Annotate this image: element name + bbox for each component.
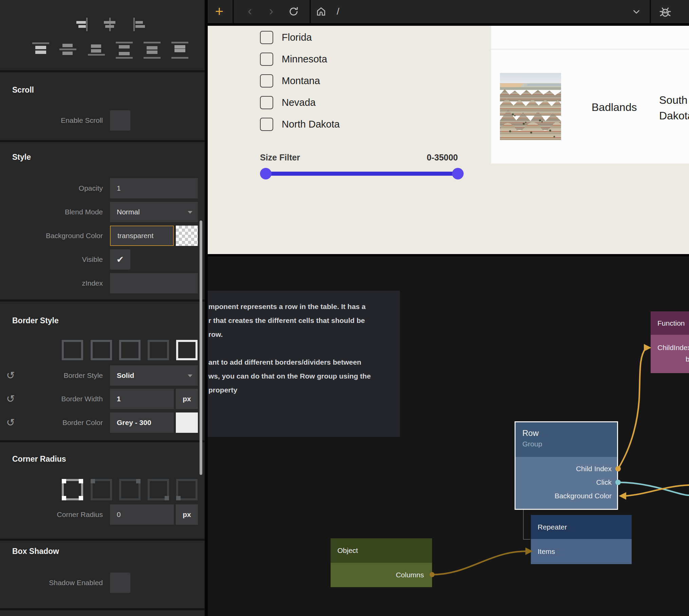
align-right-icon[interactable]: [75, 17, 91, 32]
check-icon: ✔: [116, 254, 124, 265]
debug-bug-icon[interactable]: [658, 4, 673, 19]
row-group-node[interactable]: Row Group Child Index Click Background C…: [515, 421, 618, 510]
zindex-input[interactable]: [110, 273, 198, 293]
shadow-enabled-label: Shadow Enabled: [10, 578, 103, 588]
chevron-down-icon[interactable]: [631, 7, 641, 17]
forward-button[interactable]: ›: [266, 4, 277, 19]
corner-bottom-left-selector[interactable]: [176, 479, 198, 500]
checkbox-north-dakota[interactable]: [260, 118, 273, 131]
row-title: Badlands: [592, 101, 637, 114]
object-columns-port-label[interactable]: Columns: [331, 563, 432, 576]
tooltip-line: row.: [208, 327, 400, 341]
checkbox-label: Minnesota: [282, 53, 327, 66]
corner-bottom-right-selector[interactable]: [148, 479, 169, 500]
border-right-selector[interactable]: [119, 340, 141, 360]
row-state: South Dakota: [659, 92, 689, 126]
border-bottom-selector[interactable]: [148, 340, 169, 360]
connection-columns-to-items: [432, 551, 527, 575]
background-color-input[interactable]: transparent: [110, 226, 174, 246]
corner-top-right-selector[interactable]: [119, 479, 141, 500]
background-color-label: Background Color: [10, 231, 103, 241]
checkbox-florida[interactable]: [260, 31, 273, 44]
border-top-selector[interactable]: [91, 340, 112, 360]
connection-childindex-to-function: [618, 348, 646, 469]
function-childindex-port-label[interactable]: ChildIndex: [651, 335, 689, 348]
shadow-enabled-checkbox[interactable]: [110, 573, 130, 593]
object-node-title: Object: [331, 538, 432, 563]
corner-all-selector-selected[interactable]: [62, 479, 83, 500]
border-style-label: Border Style: [10, 370, 103, 381]
border-all-selector[interactable]: [62, 340, 83, 360]
home-icon[interactable]: [316, 6, 327, 17]
checkbox-nevada[interactable]: [260, 96, 273, 109]
row-group-child-index-port-label[interactable]: Child Index: [516, 462, 617, 476]
corner-top-left-selector[interactable]: [91, 479, 112, 500]
tooltip-line: mponent represents a row in the table. I…: [208, 300, 400, 313]
connection-background-color-in: [626, 485, 689, 496]
chevron-down-icon: [188, 374, 192, 377]
row-state-line2: Dakota: [659, 108, 689, 123]
border-style-select[interactable]: Solid: [110, 365, 198, 386]
repeater-items-port-label[interactable]: Items: [531, 539, 632, 553]
visible-checkbox[interactable]: ✔: [110, 249, 130, 270]
border-width-input[interactable]: 1: [110, 389, 174, 409]
checkbox-label: Florida: [282, 31, 312, 44]
corner-radius-label: Corner Radius: [10, 509, 103, 520]
blend-mode-label: Blend Mode: [10, 207, 103, 217]
opacity-input[interactable]: 1: [110, 178, 198, 198]
size-filter-slider-track[interactable]: [266, 172, 458, 176]
add-tab-button[interactable]: +: [213, 3, 225, 20]
object-node[interactable]: Object Columns: [331, 538, 432, 587]
checkbox-minnesota[interactable]: [260, 53, 273, 66]
corner-radius-input[interactable]: 0: [110, 504, 174, 525]
align-center-vertical-icon[interactable]: [59, 42, 76, 59]
row-state-line1: South: [659, 92, 689, 108]
slider-handle-max[interactable]: [452, 168, 464, 179]
back-button[interactable]: ‹: [244, 4, 255, 19]
background-color-input-arrow-icon[interactable]: [619, 492, 626, 500]
result-row[interactable]: Badlands South Dakota: [491, 26, 689, 163]
chevron-down-icon: [188, 211, 192, 214]
node-doc-tooltip: mponent represents a row in the table. I…: [208, 291, 400, 437]
checkbox-label: North Dakota: [282, 118, 340, 131]
refresh-icon[interactable]: [288, 6, 299, 17]
align-bottom-icon[interactable]: [88, 42, 105, 59]
align-center-horizontal-icon[interactable]: [102, 17, 118, 32]
row-group-node-subtitle: Group: [522, 440, 617, 448]
repeater-node-title: Repeater: [531, 515, 632, 539]
node-canvas[interactable]: mponent represents a row in the table. I…: [208, 256, 689, 616]
checkbox-montana[interactable]: [260, 74, 273, 88]
url-path[interactable]: /: [334, 4, 342, 19]
function-node[interactable]: Function ChildIndex b: [651, 311, 689, 373]
distribute-stack-icon[interactable]: [171, 42, 188, 59]
background-color-swatch[interactable]: [176, 226, 198, 246]
visible-label: Visible: [10, 254, 103, 265]
function-port-fragment: b: [686, 355, 689, 363]
enable-scroll-checkbox[interactable]: [110, 110, 130, 131]
border-color-input[interactable]: Grey - 300: [110, 412, 174, 433]
border-left-selector-selected[interactable]: [176, 340, 198, 360]
checkbox-label: Nevada: [282, 96, 316, 109]
blend-mode-value: Normal: [117, 208, 140, 216]
repeater-node[interactable]: Repeater Items: [531, 515, 632, 564]
panel-scrollbar[interactable]: [200, 220, 202, 475]
align-top-icon[interactable]: [32, 42, 49, 59]
distribute-space-between-icon[interactable]: [116, 42, 133, 59]
size-filter-label: Size Filter: [260, 152, 300, 162]
box-shadow-section-title: Box Shadow: [12, 547, 59, 556]
distribute-space-around-icon[interactable]: [144, 42, 161, 59]
corner-radius-unit: px: [176, 504, 198, 525]
row-group-background-color-port-label[interactable]: Background Color: [516, 489, 617, 503]
border-style-value: Solid: [117, 371, 134, 379]
blend-mode-select[interactable]: Normal: [110, 202, 198, 222]
border-width-label: Border Width: [10, 394, 103, 404]
slider-handle-min[interactable]: [260, 168, 272, 179]
function-input-arrow-icon: [644, 344, 651, 351]
hierarchy-connector: [523, 510, 530, 539]
zindex-label: zIndex: [10, 278, 103, 288]
border-style-section-title: Border Style: [12, 316, 59, 325]
row-group-click-port-label[interactable]: Click: [516, 476, 617, 489]
border-color-swatch[interactable]: [176, 412, 198, 433]
align-left-icon[interactable]: [130, 17, 146, 32]
connection-click-out: [618, 482, 689, 495]
